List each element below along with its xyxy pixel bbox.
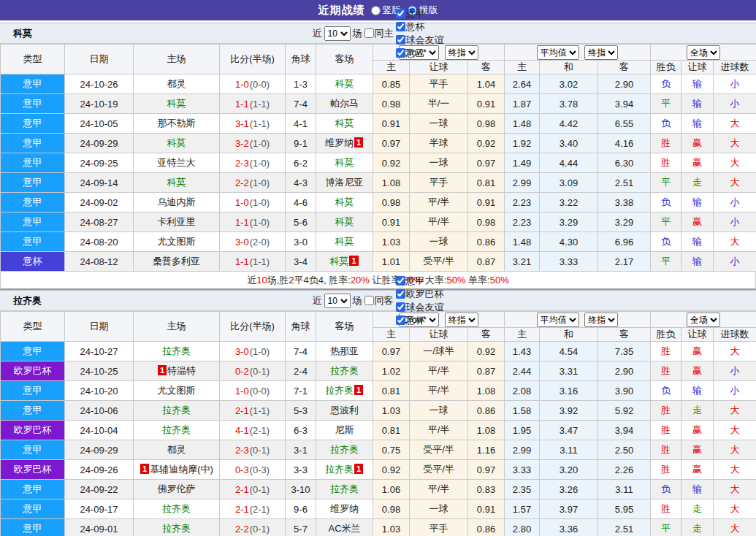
league-type-badge: 意甲 (1, 499, 65, 519)
half-time-score: (0-0) (250, 79, 270, 90)
summary-segment: 单率: (465, 274, 489, 287)
corner-score: 3-3 (286, 460, 316, 480)
same-venue-checkbox[interactable]: 同客 (364, 294, 394, 307)
odds-handicap: 一球 (410, 401, 468, 421)
period-select[interactable]: 全场 (687, 313, 720, 327)
league-checkbox[interactable]: 意杯 (396, 314, 444, 327)
away-team: 科莫 (316, 153, 373, 173)
same-venue-input[interactable] (364, 296, 374, 305)
odds-handicap: 平/半 (410, 361, 468, 381)
team-label: 拉齐奥 (162, 405, 191, 416)
avg-draw: 4.42 (540, 114, 598, 134)
team-label: 科莫 (167, 137, 186, 148)
away-team: 科莫 (316, 232, 373, 252)
league-type-badge: 意甲 (1, 213, 65, 232)
match-score: 2-3(1-0) (220, 153, 286, 173)
col-type: 类型 (1, 45, 65, 74)
corner-score: 4-1 (286, 114, 316, 134)
home-team: 拉齐奥 (134, 519, 220, 536)
league-checkbox-input[interactable] (396, 276, 405, 286)
result-outcome: 胜 (651, 134, 681, 153)
match-score: 3-1(1-1) (220, 114, 286, 134)
corner-score: 1-3 (286, 74, 316, 94)
odds-handicap: 平/半 (410, 213, 468, 232)
league-checkbox-input[interactable] (396, 315, 405, 325)
odds-home: 0.98 (373, 499, 410, 519)
half-time-score: (0-1) (250, 445, 270, 456)
result-outcome: 胜 (651, 401, 681, 421)
result-goals: 大 (714, 460, 756, 480)
avg-draw: 3.92 (540, 401, 598, 421)
recent-count-select[interactable]: 10 (324, 26, 351, 41)
league-checkbox[interactable]: 意甲 (396, 7, 444, 20)
result-goals: 大 (714, 114, 756, 134)
away-team: 维罗纳 (316, 499, 373, 519)
odds-handicap: 平/半 (410, 381, 468, 401)
odds-away: 0.86 (468, 519, 505, 536)
avg-draw: 3.26 (540, 480, 598, 499)
team-label: 特温特 (167, 365, 196, 376)
same-venue-input[interactable] (364, 28, 374, 38)
avg-draw: 3.36 (540, 519, 598, 536)
match-date: 24-09-17 (65, 499, 134, 519)
avg-home: 1.57 (505, 499, 540, 519)
avg-time-select[interactable]: 终指 (584, 313, 618, 327)
league-checkbox-input[interactable] (396, 35, 405, 45)
result-handicap: 输 (681, 381, 714, 401)
match-row: 意甲24-10-19科莫1-1(1-1)7-4帕尔马0.98半/一0.911.8… (1, 94, 756, 114)
league-checkbox-input[interactable] (396, 48, 405, 58)
avg-group-header: 平均值 终指 (505, 312, 651, 328)
result-goals: 大 (714, 153, 756, 173)
same-venue-checkbox[interactable]: 同主 (364, 27, 394, 40)
half-time-score: (1-0) (250, 138, 270, 149)
match-row: 意甲24-09-02乌迪内斯1-0(1-0)4-6科莫0.98平/半0.912.… (1, 193, 756, 213)
league-checkbox[interactable]: 球会友谊 (396, 34, 444, 47)
avg-time-select[interactable]: 终指 (584, 45, 618, 60)
avg-away: 3.29 (598, 213, 651, 232)
league-type-badge: 意甲 (1, 153, 65, 173)
league-checkbox-input[interactable] (396, 289, 405, 299)
odds-time-select[interactable]: 终指 (445, 313, 478, 327)
league-checkbox-input[interactable] (396, 22, 405, 31)
recent-results-panel: 近期战绩 竖版 横版 科莫 近 10 场 同主 意甲意杯球会友谊意乙 (0, 0, 756, 536)
league-checkbox[interactable]: 意杯 (396, 20, 444, 34)
match-score: 2-2(0-1) (220, 519, 286, 536)
away-team: 科莫 (316, 193, 373, 213)
away-team: 拉齐奥 (316, 440, 373, 460)
league-checkbox[interactable]: 意甲 (396, 275, 444, 288)
away-team: 维罗纳1 (316, 134, 373, 153)
avg-draw: 3.31 (540, 361, 598, 381)
full-time-score: 1-0 (235, 79, 249, 90)
odds-home: 0.97 (373, 342, 410, 361)
league-checkbox-input[interactable] (396, 302, 405, 312)
home-team: 1基辅迪纳摩(中) (134, 460, 220, 480)
full-time-score: 1-0 (235, 386, 249, 397)
avg-away: 3.90 (598, 381, 651, 401)
avg-draw: 4.30 (540, 232, 598, 252)
col-home: 主场 (134, 45, 220, 74)
league-checkbox[interactable]: 球会友谊 (396, 301, 444, 314)
odds-away: 0.91 (468, 499, 505, 519)
league-checkbox[interactable]: 意乙 (396, 47, 444, 60)
league-checkbox[interactable]: 欧罗巴杯 (396, 288, 444, 301)
match-date: 24-10-06 (65, 401, 134, 421)
period-select[interactable]: 全场 (687, 45, 720, 60)
match-row: 意甲24-10-05那不勒斯3-1(1-1)4-1科莫0.91一球0.981.4… (1, 114, 756, 134)
full-time-score: 3-1 (235, 118, 249, 129)
result-outcome: 胜 (651, 361, 681, 381)
half-time-score: (0-1) (250, 524, 270, 535)
recent-count-select[interactable]: 10 (324, 294, 351, 308)
avg-away: 2.26 (598, 460, 651, 480)
team-label: 拉齐奥 (162, 523, 191, 534)
col-result-outcome: 胜负 (651, 61, 681, 74)
result-outcome: 负 (651, 381, 681, 401)
league-checkbox-input[interactable] (396, 9, 405, 18)
avg-source-select[interactable]: 平均值 (537, 313, 579, 327)
team-label: 科莫 (335, 118, 354, 129)
avg-home: 1.95 (505, 421, 540, 440)
odds-time-select[interactable]: 终指 (445, 45, 478, 60)
avg-source-select[interactable]: 平均值 (537, 45, 579, 60)
home-team: 卡利亚里 (134, 213, 220, 232)
result-group-header: 全场 (651, 45, 756, 61)
match-date: 24-09-25 (65, 153, 134, 173)
